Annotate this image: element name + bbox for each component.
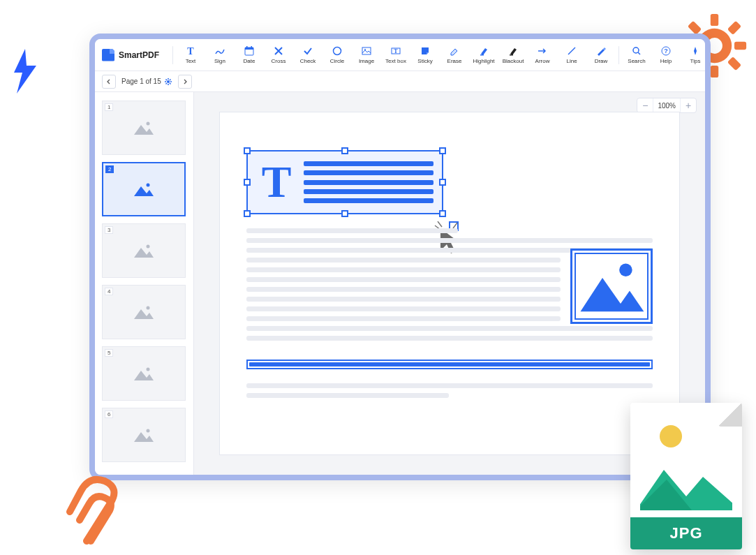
svg-point-32 bbox=[619, 264, 632, 277]
tool-label: Check bbox=[300, 58, 316, 64]
line-icon bbox=[566, 45, 577, 57]
sign-icon bbox=[214, 45, 225, 57]
thumbnail-5[interactable]: 5 bbox=[102, 346, 186, 401]
thumbnail-3[interactable]: 3 bbox=[102, 223, 186, 278]
zoom-out-button[interactable]: − bbox=[637, 98, 653, 113]
resize-handle[interactable] bbox=[244, 147, 251, 154]
page-prev-button[interactable] bbox=[102, 75, 116, 89]
resize-handle[interactable] bbox=[439, 179, 446, 186]
arrow-icon bbox=[537, 45, 548, 57]
tool-circle[interactable]: Circle bbox=[323, 42, 351, 68]
text-icon: T bbox=[185, 45, 196, 57]
tool-image[interactable]: Image bbox=[353, 42, 380, 68]
tool-cross[interactable]: Cross bbox=[265, 42, 292, 68]
svg-text:T: T bbox=[187, 46, 194, 57]
toolbar: SmartPDF T Text Sign Date Cro bbox=[95, 39, 705, 71]
sun-icon bbox=[660, 425, 682, 447]
selected-bar[interactable] bbox=[246, 360, 653, 369]
paperclip-decoration bbox=[60, 470, 123, 547]
tool-label: Text box bbox=[385, 58, 406, 64]
tool-label: Circle bbox=[330, 58, 344, 64]
gear-icon[interactable] bbox=[164, 77, 172, 86]
placeholder-icon bbox=[103, 224, 185, 277]
tool-label: Tips bbox=[690, 58, 701, 64]
thumbnail-4[interactable]: 4 bbox=[102, 285, 186, 339]
brand-logo-icon bbox=[102, 49, 114, 61]
search-icon bbox=[631, 45, 642, 57]
tool-blackout[interactable]: Blackout bbox=[499, 42, 527, 68]
jpg-file-badge: JPG bbox=[630, 403, 742, 549]
svg-rect-20 bbox=[480, 54, 484, 56]
tool-group: T Text Sign Date Cross Check bbox=[170, 42, 709, 68]
tool-label: Sticky bbox=[417, 58, 432, 64]
tool-label: Blackout bbox=[503, 58, 524, 64]
canvas-area[interactable]: − 100% + T bbox=[194, 92, 705, 475]
placeholder-icon bbox=[103, 408, 185, 461]
selected-text-box[interactable]: T bbox=[246, 150, 443, 214]
page-next-button[interactable] bbox=[178, 75, 192, 89]
separator bbox=[172, 46, 173, 64]
tool-label: Arrow bbox=[535, 58, 550, 64]
thumbnail-1[interactable]: 1 bbox=[102, 101, 186, 155]
svg-rect-21 bbox=[510, 54, 513, 56]
textbox-icon: T bbox=[390, 45, 401, 57]
tool-text[interactable]: T Text bbox=[177, 42, 205, 68]
tool-label: Draw bbox=[595, 58, 608, 64]
erase-icon bbox=[449, 45, 460, 57]
text-line bbox=[246, 383, 653, 388]
calendar-icon bbox=[244, 45, 255, 57]
svg-point-15 bbox=[334, 47, 341, 55]
resize-handle[interactable] bbox=[244, 179, 251, 186]
resize-handle[interactable] bbox=[244, 210, 251, 217]
resize-handle[interactable] bbox=[439, 210, 446, 217]
text-line bbox=[246, 277, 561, 282]
highlight-icon bbox=[478, 45, 489, 57]
text-line bbox=[246, 267, 561, 272]
document-page[interactable]: T bbox=[219, 112, 680, 455]
resize-handle[interactable] bbox=[341, 147, 348, 154]
svg-text:?: ? bbox=[664, 47, 668, 54]
thumbnail-sidebar: 1 2 3 4 5 bbox=[95, 92, 194, 475]
tool-sign[interactable]: Sign bbox=[206, 42, 234, 68]
tool-search[interactable]: Search bbox=[623, 42, 651, 68]
brand-name: SmartPDF bbox=[119, 50, 159, 60]
zoom-in-button[interactable]: + bbox=[681, 98, 696, 113]
tool-label: Erase bbox=[447, 58, 462, 64]
tool-date[interactable]: Date bbox=[235, 42, 263, 68]
tool-label: Line bbox=[566, 58, 577, 64]
text-line bbox=[246, 238, 653, 243]
svg-rect-1 bbox=[711, 14, 718, 26]
text-line bbox=[246, 316, 561, 321]
tool-line[interactable]: Line bbox=[558, 42, 586, 68]
resize-handle[interactable] bbox=[341, 210, 348, 217]
tool-arrow[interactable]: Arrow bbox=[528, 42, 556, 68]
tool-textbox[interactable]: T Text box bbox=[382, 42, 410, 68]
tool-draw[interactable]: Draw bbox=[587, 42, 615, 68]
selected-image-box[interactable] bbox=[570, 249, 653, 324]
tool-help[interactable]: ? Help bbox=[652, 42, 680, 68]
tool-label: Sign bbox=[214, 58, 225, 64]
tool-sticky[interactable]: Sticky bbox=[411, 42, 439, 68]
lightning-decoration bbox=[4, 47, 45, 96]
tool-erase[interactable]: Erase bbox=[440, 42, 468, 68]
svg-point-22 bbox=[633, 47, 639, 53]
chevron-right-icon bbox=[181, 78, 188, 85]
image-icon bbox=[361, 45, 372, 57]
resize-handle[interactable] bbox=[439, 147, 446, 154]
check-icon bbox=[302, 45, 313, 57]
svg-text:T: T bbox=[394, 48, 398, 54]
text-line bbox=[246, 258, 561, 262]
tool-label: Search bbox=[628, 58, 645, 64]
text-line bbox=[246, 228, 458, 233]
svg-rect-14 bbox=[251, 46, 253, 48]
thumbnail-6[interactable]: 6 bbox=[102, 408, 186, 462]
image-placeholder-icon bbox=[572, 251, 651, 322]
tool-tips[interactable]: Tips bbox=[681, 42, 709, 68]
svg-point-27 bbox=[147, 184, 150, 187]
tool-label: Date bbox=[244, 58, 255, 64]
tool-check[interactable]: Check bbox=[294, 42, 322, 68]
tool-highlight[interactable]: Highlight bbox=[470, 42, 498, 68]
sticky-icon bbox=[420, 45, 431, 57]
svg-rect-13 bbox=[246, 46, 248, 48]
thumbnail-2[interactable]: 2 bbox=[102, 162, 186, 216]
